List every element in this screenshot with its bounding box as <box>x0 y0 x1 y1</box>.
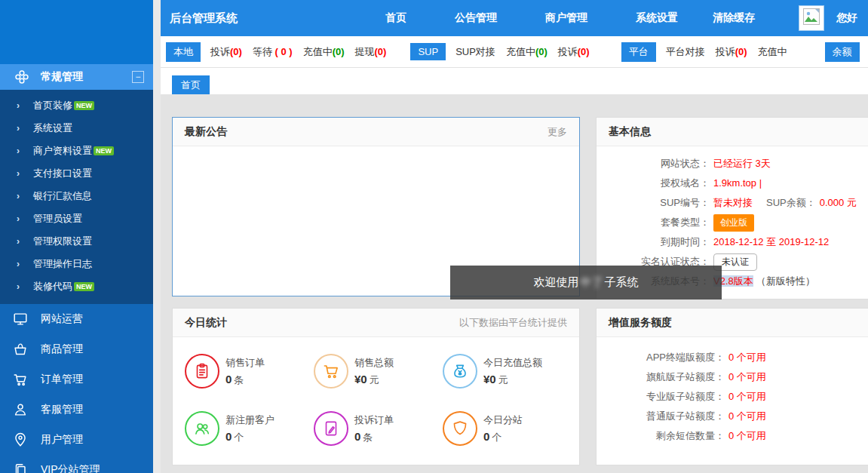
status-item-withdraw[interactable]: 提现(0) <box>355 45 387 59</box>
package-badge: 创业版 <box>713 214 754 232</box>
nav-merchant[interactable]: 商户管理 <box>545 11 587 25</box>
monitor-icon <box>12 311 29 327</box>
info-row-sup: SUP编号：暂未对接SUP余额：0.000 元 <box>597 193 868 213</box>
quota-row-sms: 剩余短信数量：0 个可用 <box>597 426 868 446</box>
broken-image-icon <box>802 8 820 29</box>
sidebar-item-home-decor[interactable]: ›首页装修NEW <box>0 94 153 117</box>
panel-title: 今日统计 <box>185 316 227 330</box>
status-badge-balance[interactable]: 余额 <box>825 42 860 62</box>
count-badge: (0) <box>333 46 345 57</box>
sidebar-submenu: ›首页装修NEW ›系统设置 ›商户资料设置NEW ›支付接口设置 ›银行汇款信… <box>0 90 153 304</box>
tab-home[interactable]: 首页 <box>172 75 210 94</box>
sidebar-item-operation-log[interactable]: ›管理操作日志 <box>0 253 153 275</box>
shield-icon <box>443 411 477 446</box>
info-row-expire: 到期时间：2018-12-12 至 2019-12-12 <box>597 232 868 252</box>
status-item-recharging[interactable]: 充值中 <box>758 45 787 59</box>
welcome-toast: 欢迎使用中了子系统 <box>450 266 722 299</box>
nav-home[interactable]: 首页 <box>385 11 406 25</box>
nav-settings[interactable]: 系统设置 <box>636 11 678 25</box>
sidebar-item-decor-code[interactable]: ›装修代码NEW <box>0 275 153 298</box>
count-badge: ( 0 ) <box>272 46 293 57</box>
pages-icon <box>12 462 29 473</box>
info-row-site-status: 网站状态：已经运行 3天 <box>597 154 868 174</box>
stat-value: ¥0元 <box>354 373 394 387</box>
sidebar-item-user-management[interactable]: 用户管理 <box>0 425 153 455</box>
status-item-complaint[interactable]: 投诉(0) <box>716 45 747 59</box>
sidebar: 常规管理 − ›首页装修NEW ›系统设置 ›商户资料设置NEW ›支付接口设置… <box>0 0 153 473</box>
collapse-icon[interactable]: − <box>132 71 144 83</box>
status-badge-local[interactable]: 本地 <box>166 42 201 62</box>
status-group-balance: 余额 结算记录 <box>825 42 868 62</box>
sidebar-item-product-management[interactable]: 商品管理 <box>0 334 153 364</box>
stat-sales-orders: 销售订单0条 <box>185 354 314 389</box>
count-badge: (0) <box>375 46 387 57</box>
new-badge: NEW <box>74 101 94 110</box>
new-badge: NEW <box>74 282 94 291</box>
logo-area <box>0 0 153 64</box>
panel-header: 增值服务额度 <box>597 309 868 337</box>
clover-icon <box>14 69 30 85</box>
support-person-icon <box>12 401 29 418</box>
status-badge-sup[interactable]: SUP <box>410 43 446 60</box>
status-item-sup-link[interactable]: SUP对接 <box>455 45 495 59</box>
chevron-right-icon: › <box>17 146 20 156</box>
moneybag-icon <box>443 354 477 389</box>
status-item-platform-link[interactable]: 平台对接 <box>666 45 705 59</box>
stat-value: 0个 <box>483 430 523 444</box>
stat-today-substations: 今日分站0个 <box>443 411 572 446</box>
nav-clear-cache[interactable]: 清除缓存 <box>713 11 755 25</box>
status-item-waiting[interactable]: 等待 ( 0 ) <box>253 45 293 59</box>
panel-title: 增值服务额度 <box>609 316 672 330</box>
sidebar-item-bank-transfer[interactable]: ›银行汇款信息 <box>0 185 153 207</box>
chevron-right-icon: › <box>17 100 20 111</box>
status-group-sup: SUP SUP对接 充值中(0) 投诉(0) <box>410 43 600 60</box>
sidebar-item-merchant-profile[interactable]: ›商户资料设置NEW <box>0 140 153 162</box>
sidebar-group-label: 常规管理 <box>41 70 132 84</box>
count-badge: (0) <box>735 46 747 57</box>
sidebar-item-site-operation[interactable]: 网站运营 <box>0 304 153 334</box>
quota-row-standard: 普通版子站额度：0 个可用 <box>597 407 868 426</box>
panel-service-quota: 增值服务额度 APP终端版额度：0 个可用 旗航版子站额度：0 个可用 专业版子… <box>596 308 868 465</box>
quota-body: APP终端版额度：0 个可用 旗航版子站额度：0 个可用 专业版子站额度：0 个… <box>597 337 868 446</box>
avatar[interactable] <box>799 5 824 31</box>
sidebar-item-permission-settings[interactable]: ›管理权限设置 <box>0 230 153 253</box>
count-badge: (0) <box>535 46 547 57</box>
sidebar-group-general[interactable]: 常规管理 − <box>0 64 153 90</box>
chevron-right-icon: › <box>17 168 20 179</box>
statusbar: 本地 投诉(0) 等待 ( 0 ) 充值中(0) 提现(0) SUP SUP对接… <box>161 36 868 68</box>
panel-header: 基本信息 <box>597 118 868 146</box>
admin-dashboard: 后台管理系统 首页 公告管理 商户管理 系统设置 清除缓存 您好 本地 投诉(0… <box>0 0 868 473</box>
status-item-complaint[interactable]: 投诉(0) <box>558 45 590 59</box>
status-item-recharging[interactable]: 充值中(0) <box>506 45 547 59</box>
sidebar-item-order-management[interactable]: 订单管理 <box>0 364 153 395</box>
stat-new-customers: 新注册客户0个 <box>185 411 314 446</box>
nav-announce[interactable]: 公告管理 <box>455 11 497 25</box>
quota-row-flagship: 旗航版子站额度：0 个可用 <box>597 367 868 387</box>
version-features-link: （新版特性） <box>756 275 815 287</box>
quota-row-app: APP终端版额度：0 个可用 <box>597 348 868 367</box>
status-item-recharging[interactable]: 充值中(0) <box>303 45 345 59</box>
chevron-right-icon: › <box>17 191 20 201</box>
stat-value: ¥0元 <box>483 373 542 387</box>
status-item-complaint[interactable]: 投诉(0) <box>210 45 242 59</box>
stat-complaint-orders: 投诉订单0条 <box>314 411 443 446</box>
customers-icon <box>185 411 219 446</box>
sidebar-item-payment-api[interactable]: ›支付接口设置 <box>0 162 153 185</box>
stats-grid: 销售订单0条 销售总额¥0元 今日充值总额¥0元 <box>173 337 579 446</box>
sidebar-item-vip-substation[interactable]: VIP分站管理 <box>0 455 153 473</box>
sidebar-item-system-settings[interactable]: ›系统设置 <box>0 117 153 140</box>
info-row-domain: 授权域名：1.9km.top | <box>597 174 868 193</box>
status-badge-platform[interactable]: 平台 <box>621 42 656 62</box>
chevron-right-icon: › <box>17 259 20 269</box>
stat-value: 0条 <box>354 430 394 444</box>
stat-value: 0个 <box>225 430 275 444</box>
sidebar-item-customer-service[interactable]: 客服管理 <box>0 395 153 425</box>
cart-icon <box>314 354 348 389</box>
sidebar-item-admin-settings[interactable]: ›管理员设置 <box>0 207 153 230</box>
user-greeting[interactable]: 您好 <box>836 11 857 25</box>
chevron-right-icon: › <box>17 213 20 224</box>
status-group-local: 本地 投诉(0) 等待 ( 0 ) 充值中(0) 提现(0) <box>166 42 397 62</box>
quota-row-professional: 专业版子站额度：0 个可用 <box>597 387 868 407</box>
more-link[interactable]: 更多 <box>547 125 567 139</box>
chevron-right-icon: › <box>17 123 20 134</box>
